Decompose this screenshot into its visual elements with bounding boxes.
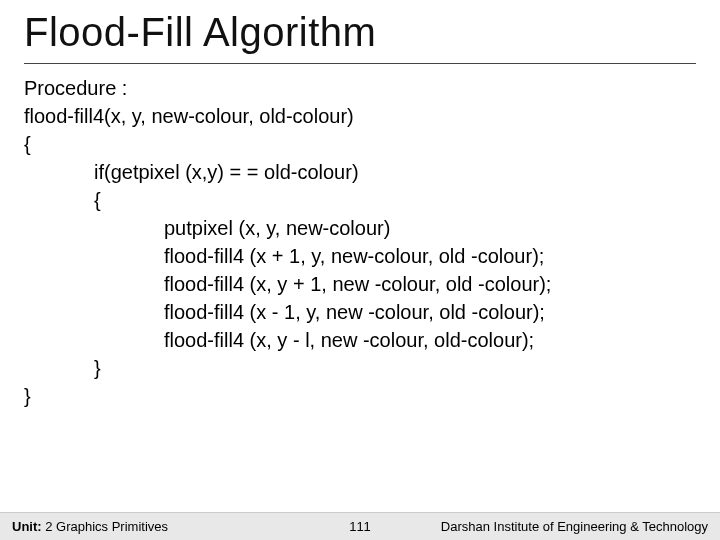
proc-label: Procedure : xyxy=(24,74,696,102)
recurse-down: flood-fill4 (x, y + 1, new -colour, old … xyxy=(24,270,696,298)
brace-close-inner: } xyxy=(24,354,696,382)
brace-open-outer: { xyxy=(24,130,696,158)
if-condition: if(getpixel (x,y) = = old-colour) xyxy=(24,158,696,186)
institute-name: Darshan Institute of Engineering & Techn… xyxy=(441,519,708,534)
recurse-left: flood-fill4 (x - 1, y, new -colour, old … xyxy=(24,298,696,326)
slide: Flood-Fill Algorithm Procedure : flood-f… xyxy=(0,0,720,540)
slide-title: Flood-Fill Algorithm xyxy=(24,10,696,64)
putpixel-call: putpixel (x, y, new-colour) xyxy=(24,214,696,242)
recurse-right: flood-fill4 (x + 1, y, new-colour, old -… xyxy=(24,242,696,270)
unit-text: 2 Graphics Primitives xyxy=(45,519,168,534)
unit-label: Unit: xyxy=(12,519,45,534)
recurse-up: flood-fill4 (x, y - l, new -colour, old-… xyxy=(24,326,696,354)
brace-close-outer: } xyxy=(24,382,696,410)
slide-footer: Unit: 2 Graphics Primitives 111 Darshan … xyxy=(0,512,720,540)
proc-signature: flood-fill4(x, y, new-colour, old-colour… xyxy=(24,102,696,130)
slide-body: Procedure : flood-fill4(x, y, new-colour… xyxy=(24,74,696,410)
brace-open-inner: { xyxy=(24,186,696,214)
page-number: 111 xyxy=(349,519,371,534)
unit-info: Unit: 2 Graphics Primitives xyxy=(12,519,168,534)
